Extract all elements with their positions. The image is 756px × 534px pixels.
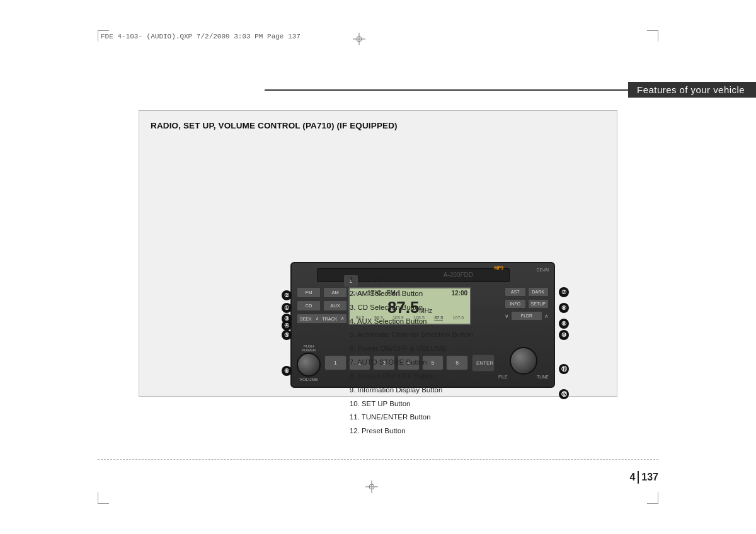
tune-knob[interactable] xyxy=(510,347,537,375)
feature-5: 5. Automatic Channel Selection Button xyxy=(350,328,473,342)
info-button[interactable]: INFO xyxy=(505,299,526,309)
fm-am-row: FM AM xyxy=(297,287,347,298)
mp3-label: MP3 xyxy=(495,266,503,270)
image-code: A-200FDD xyxy=(444,271,473,278)
title-line xyxy=(265,89,628,91)
page-title: Features of your vehicle xyxy=(628,82,756,98)
callout-6: ⑥ xyxy=(282,366,292,376)
feature-9: 9. Information Display Button xyxy=(350,383,473,397)
callout-7: ⑦ xyxy=(559,287,569,297)
feature-3: 3. CD Selection Button xyxy=(350,301,473,315)
feature-8: 8. Screen ON/ OFF Button xyxy=(350,370,473,383)
corner-mark-tr xyxy=(647,30,658,42)
volume-knob-wrap: PUSHPOWER VOLUME xyxy=(297,344,321,382)
info-setup-row: INFO SETUP xyxy=(505,299,549,309)
setup-button[interactable]: SETUP xyxy=(528,299,549,309)
callout-9: ⑨ xyxy=(559,319,569,329)
callout-11: ⑪ xyxy=(559,364,569,374)
title-bar: Features of your vehicle xyxy=(265,82,756,98)
cd-button[interactable]: CD xyxy=(297,300,321,311)
volume-knob[interactable] xyxy=(297,353,321,377)
volume-label: VOLUME xyxy=(299,377,318,382)
page-num: 137 xyxy=(641,472,658,483)
ast-dark-row: AST DARK xyxy=(505,287,549,297)
feature-2: 2. AM Selection Button xyxy=(350,287,473,301)
callout-2: ② xyxy=(282,290,292,300)
callout-1: ① xyxy=(282,303,292,313)
page-divider xyxy=(638,471,639,484)
corner-mark-br xyxy=(647,492,658,504)
feature-4: 4. AUX Selection Button xyxy=(350,315,473,329)
corner-mark-bl xyxy=(98,492,109,504)
feature-12: 12. Preset Button xyxy=(350,424,473,438)
tune-label: TUNE xyxy=(537,375,549,379)
feature-6: 6. Power ON/OFF & VOLUME xyxy=(350,342,473,356)
cd-in-label: CD-IN xyxy=(537,268,549,272)
dark-button[interactable]: DARK xyxy=(528,287,549,297)
page-number: 4 137 xyxy=(629,471,658,484)
feature-11: 11. TUNE/ENTER Button xyxy=(350,411,473,424)
left-buttons: FM AM CD AUX SEEK ∧ TRACK ∧ xyxy=(297,287,347,324)
ast-button[interactable]: AST xyxy=(505,287,526,297)
features-list: 1. FM Selection Button 2. AM Selection B… xyxy=(350,273,473,438)
feature-7: 7. AUTO STORE Button xyxy=(350,356,473,370)
push-power-label: PUSHPOWER xyxy=(302,344,316,353)
bottom-crosshair xyxy=(365,480,378,493)
cd-aux-row: CD AUX xyxy=(297,300,347,311)
main-content-box: RADIO, SET UP, VOLUME CONTROL (PA710) (I… xyxy=(139,110,617,397)
page-footer-line xyxy=(98,459,658,460)
enter-button[interactable]: ENTER xyxy=(472,355,495,372)
section-title: RADIO, SET UP, VOLUME CONTROL (PA710) (I… xyxy=(139,111,617,135)
aux-button[interactable]: AUX xyxy=(323,300,347,311)
tune-label-row: FILE TUNE xyxy=(498,375,549,379)
callout-10: ⑩ xyxy=(559,330,569,340)
right-buttons: AST DARK INFO SETUP ∨ FLDR ∧ xyxy=(505,287,549,321)
feature-10: 10. SET UP Button xyxy=(350,397,473,411)
header-meta: FDE 4-103- (AUDIO).QXP 7/2/2009 3:03 PM … xyxy=(101,33,301,40)
file-label: FILE xyxy=(498,375,508,379)
fldr-button[interactable]: FLDR xyxy=(511,311,542,321)
preset-1-button[interactable]: 1 xyxy=(324,355,346,370)
fm-button[interactable]: FM xyxy=(297,287,321,298)
callout-4: ④ xyxy=(282,321,292,331)
chapter-number: 4 xyxy=(629,472,635,483)
seek-track-button[interactable]: SEEK ∧ TRACK ∧ xyxy=(297,314,347,324)
am-button[interactable]: AM xyxy=(323,287,347,298)
header-crosshair xyxy=(353,33,365,45)
callout-12: ⑫ xyxy=(559,389,569,399)
fldr-row: ∨ FLDR ∧ xyxy=(505,311,549,321)
callout-5: ⑤ xyxy=(282,330,292,340)
tune-knob-wrap: FILE TUNE xyxy=(498,347,549,379)
callout-8: ⑧ xyxy=(559,303,569,313)
